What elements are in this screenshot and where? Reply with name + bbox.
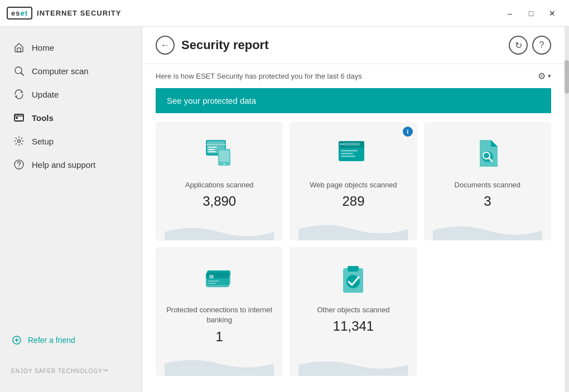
scrollbar-thumb[interactable]: [565, 60, 569, 94]
sidebar-footer: Refer a friend ENJOY SAFER TECHNOLOGY™: [0, 326, 142, 383]
maximize-button[interactable]: □: [521, 4, 541, 22]
web-scanned-icon: [333, 133, 373, 173]
window-controls: – □ ✕: [500, 4, 562, 22]
sidebar: Home Computer scan: [0, 27, 142, 392]
sidebar-label-update: Update: [32, 90, 59, 99]
refer-friend-link[interactable]: Refer a friend: [11, 335, 131, 346]
web-scanned-wave: [298, 218, 408, 240]
svg-point-18: [224, 163, 225, 165]
apps-scanned-icon: [199, 133, 239, 173]
svg-rect-37: [208, 283, 216, 284]
sidebar-item-update[interactable]: Update: [0, 83, 142, 106]
app-title: INTERNET SECURITY: [37, 9, 121, 17]
sidebar-item-help[interactable]: Help and support: [0, 153, 142, 176]
banner-label: See your protected data: [167, 96, 256, 105]
titlebar: eset INTERNET SECURITY – □ ✕: [0, 0, 569, 27]
sidebar-label-setup: Setup: [32, 137, 54, 146]
svg-rect-21: [339, 146, 364, 148]
other-scanned-wave: [298, 354, 408, 376]
minimize-button[interactable]: –: [500, 4, 520, 22]
app-logo: eset INTERNET SECURITY: [7, 7, 121, 20]
page-title: Security report: [181, 38, 269, 52]
sidebar-item-home[interactable]: Home: [0, 36, 142, 59]
scrollbar-track[interactable]: [565, 27, 569, 392]
sub-header: Here is how ESET Security has protected …: [142, 64, 565, 88]
svg-rect-0: [17, 48, 21, 52]
svg-point-24: [343, 143, 344, 145]
svg-rect-35: [209, 275, 214, 278]
footer-tagline: ENJOY SAFER TECHNOLOGY™: [11, 368, 131, 374]
banking-label: Protected connections to internet bankin…: [165, 305, 274, 325]
svg-rect-14: [208, 149, 215, 150]
card-other-scanned: Other objects scanned 11,341: [290, 247, 417, 375]
web-scanned-label: Web page objects scanned: [310, 180, 397, 190]
banking-wave: [165, 354, 274, 376]
cards-row-2: Protected connections to internet bankin…: [156, 247, 551, 375]
help-button[interactable]: ?: [532, 36, 551, 55]
sidebar-label-tools: Tools: [32, 113, 54, 123]
card-web-scanned: i: [290, 122, 417, 240]
sidebar-nav: Home Computer scan: [0, 36, 142, 326]
svg-rect-15: [208, 151, 216, 152]
help-icon: [13, 158, 25, 171]
banking-value: 1: [215, 329, 223, 345]
app-body: Home Computer scan: [0, 27, 569, 392]
svg-point-23: [340, 143, 342, 145]
docs-scanned-icon: [467, 133, 508, 173]
setup-icon: [13, 135, 25, 147]
question-icon: ?: [539, 40, 544, 50]
svg-rect-27: [341, 156, 355, 157]
svg-point-6: [18, 140, 21, 143]
card-banking: Protected connections to internet bankin…: [156, 247, 283, 375]
docs-scanned-value: 3: [484, 193, 491, 209]
sidebar-item-computer-scan[interactable]: Computer scan: [0, 59, 142, 83]
tools-icon: [13, 112, 25, 124]
protected-data-banner[interactable]: See your protected data: [156, 88, 551, 113]
home-icon: [13, 41, 25, 54]
svg-rect-39: [348, 266, 359, 272]
svg-rect-25: [341, 150, 358, 152]
web-scanned-value: 289: [342, 193, 364, 209]
docs-scanned-label: Documents scanned: [455, 180, 521, 190]
refresh-icon: ↻: [515, 40, 522, 51]
main-content: ← Security report ↻ ? Here is how ESET S…: [142, 27, 565, 392]
scan-icon: [13, 65, 25, 77]
other-scanned-icon: [333, 258, 373, 298]
settings-gear-button[interactable]: ⚙ ▾: [538, 71, 551, 81]
svg-rect-13: [208, 147, 217, 148]
other-scanned-label: Other objects scanned: [317, 305, 389, 315]
refresh-button[interactable]: ↻: [509, 36, 528, 55]
gear-icon: ⚙: [538, 71, 546, 81]
sidebar-label-computer-scan: Computer scan: [32, 66, 89, 76]
back-icon: ←: [161, 40, 170, 50]
svg-line-2: [21, 73, 24, 76]
update-icon: [13, 88, 25, 100]
sidebar-label-help: Help and support: [32, 160, 95, 170]
docs-scanned-wave: [433, 218, 542, 240]
eset-logo-badge: eset: [7, 7, 32, 20]
refer-friend-label: Refer a friend: [28, 336, 75, 345]
sidebar-item-setup[interactable]: Setup: [0, 129, 142, 153]
empty-card-slot: [424, 247, 551, 375]
card-docs-scanned: Documents scanned 3: [424, 122, 551, 240]
svg-rect-22: [344, 143, 360, 146]
banking-icon: [199, 258, 239, 298]
svg-point-8: [18, 167, 20, 168]
back-button[interactable]: ←: [156, 36, 175, 55]
card-apps-scanned: Applications scanned 3,890: [156, 122, 283, 240]
svg-rect-5: [16, 117, 18, 119]
protection-summary-text: Here is how ESET Security has protected …: [156, 72, 362, 80]
close-button[interactable]: ✕: [542, 4, 562, 22]
content-header: ← Security report ↻ ?: [142, 27, 565, 64]
sidebar-item-tools[interactable]: Tools: [0, 106, 142, 129]
other-scanned-value: 11,341: [333, 318, 374, 334]
sidebar-label-home: Home: [32, 43, 54, 52]
info-badge: i: [403, 127, 413, 137]
header-actions: ↻ ?: [509, 36, 551, 55]
apps-scanned-label: Applications scanned: [185, 180, 254, 190]
svg-rect-17: [219, 151, 229, 162]
gift-icon: [11, 335, 22, 346]
svg-rect-26: [341, 153, 353, 154]
apps-scanned-value: 3,890: [202, 193, 236, 209]
svg-rect-36: [208, 280, 219, 282]
